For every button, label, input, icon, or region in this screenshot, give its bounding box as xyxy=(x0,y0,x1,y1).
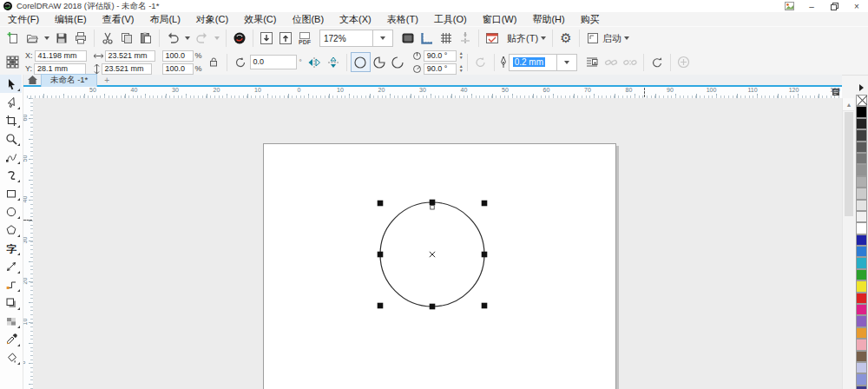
menu-item[interactable]: 效果(C) xyxy=(236,12,284,26)
object-position-grid-icon[interactable] xyxy=(3,53,22,72)
account-icon[interactable] xyxy=(778,1,800,12)
scrollbar-thumb[interactable] xyxy=(845,112,853,216)
x-position-field[interactable]: 41.198 mm xyxy=(35,50,87,62)
color-swatch-90-black[interactable] xyxy=(856,118,867,129)
open-icon[interactable] xyxy=(23,29,42,48)
menu-item[interactable]: 窗口(W) xyxy=(475,12,525,26)
outline-width-dropdown[interactable] xyxy=(557,54,577,71)
horizontal-ruler[interactable]: 5040302010010203040506070809010011012013… xyxy=(23,87,842,99)
document-tab[interactable]: 未命名 -1* xyxy=(41,74,97,87)
fullscreen-preview-icon[interactable] xyxy=(398,29,418,48)
color-swatch-60-black[interactable] xyxy=(856,153,867,164)
color-swatch-navy-blue[interactable] xyxy=(856,234,867,246)
color-swatch-yellow[interactable] xyxy=(856,280,867,292)
shape-tool[interactable] xyxy=(0,93,22,111)
unlink-icon[interactable] xyxy=(621,53,640,72)
start-angle-field[interactable]: 90.0 ° xyxy=(424,50,457,62)
drop-shadow-tool[interactable] xyxy=(0,293,22,312)
launch-icon[interactable] xyxy=(583,29,602,48)
restore-button[interactable] xyxy=(823,1,845,12)
menu-item[interactable]: 工具(O) xyxy=(426,12,475,26)
show-guidelines-icon[interactable] xyxy=(456,29,475,48)
outline-width-combo[interactable]: 0.2 mm xyxy=(509,54,557,71)
import-icon[interactable] xyxy=(257,29,276,48)
color-swatch-violet[interactable] xyxy=(856,315,867,326)
color-swatch-no-color[interactable] xyxy=(856,95,867,106)
menu-item[interactable]: 购买 xyxy=(573,12,608,26)
color-swatch-cyan[interactable] xyxy=(856,257,867,268)
change-direction-icon[interactable] xyxy=(471,53,490,72)
home-icon[interactable] xyxy=(28,76,37,84)
options-window-icon[interactable] xyxy=(483,29,502,48)
freehand-tool[interactable] xyxy=(0,148,22,166)
color-swatch-50-black[interactable] xyxy=(856,164,867,175)
copy-icon[interactable] xyxy=(117,29,136,48)
scale-horizontal-field[interactable]: 100.0 xyxy=(162,50,194,62)
ellipse-mode-button[interactable] xyxy=(351,52,371,72)
end-angle-field[interactable]: 90.0 ° xyxy=(424,63,457,75)
end-angle-spinner[interactable]: ▲▼ xyxy=(459,64,464,73)
object-height-field[interactable]: 23.521 mm xyxy=(102,63,152,75)
zoom-level-combo[interactable]: 172% xyxy=(319,30,373,47)
palette-flyout-arrow[interactable] xyxy=(859,84,864,91)
snap-to-label[interactable]: 贴齐(T) xyxy=(507,32,538,45)
rectangle-tool[interactable] xyxy=(0,184,22,202)
pick-tool[interactable] xyxy=(0,75,22,93)
menu-item[interactable]: 查看(V) xyxy=(95,12,142,26)
color-swatch-pink[interactable] xyxy=(856,339,867,350)
color-swatch-30-black[interactable] xyxy=(856,188,867,199)
text-tool[interactable]: 字 xyxy=(0,239,22,257)
mirror-horizontal-icon[interactable] xyxy=(305,53,324,72)
menu-item[interactable]: 表格(T) xyxy=(379,12,426,26)
color-swatch-40-black[interactable] xyxy=(856,176,867,188)
search-content-icon[interactable] xyxy=(230,29,249,48)
color-swatch-dark-purple[interactable] xyxy=(856,386,867,389)
snap-to-dropdown-arrow[interactable] xyxy=(541,36,546,40)
mirror-vertical-icon[interactable] xyxy=(324,53,343,72)
rotation-angle-field[interactable]: 0.0 xyxy=(250,55,297,69)
new-document-icon[interactable] xyxy=(3,29,23,48)
color-swatch-orange[interactable] xyxy=(856,327,867,339)
crop-tool[interactable] xyxy=(0,111,22,129)
minimize-button[interactable]: – xyxy=(800,1,823,12)
show-rulers-icon[interactable] xyxy=(418,29,437,48)
menu-item[interactable]: 文本(X) xyxy=(332,12,379,26)
color-swatch-20-black[interactable] xyxy=(856,200,867,211)
arc-mode-button[interactable] xyxy=(389,53,407,71)
drawing-canvas[interactable] xyxy=(33,98,842,389)
ellipse-node[interactable] xyxy=(431,206,434,209)
options-gear-icon[interactable]: ⚙ xyxy=(556,29,575,48)
selected-ellipse-object[interactable] xyxy=(372,192,498,319)
color-swatch-blue[interactable] xyxy=(856,246,867,257)
color-swatch-lavender[interactable] xyxy=(856,373,867,385)
show-grid-icon[interactable] xyxy=(437,29,456,48)
color-swatch-80-black[interactable] xyxy=(856,129,867,141)
cut-icon[interactable] xyxy=(98,29,117,48)
artistic-media-tool[interactable] xyxy=(0,166,22,184)
color-swatch-red[interactable] xyxy=(856,293,867,304)
scroll-up-button[interactable]: ▲ xyxy=(843,98,855,111)
start-angle-spinner[interactable]: ▲▼ xyxy=(459,51,464,60)
redo-dropdown-arrow[interactable] xyxy=(214,36,220,40)
save-icon[interactable] xyxy=(52,29,71,48)
export-icon[interactable] xyxy=(276,29,295,48)
undo-dropdown-arrow[interactable] xyxy=(185,36,190,40)
paste-icon[interactable] xyxy=(136,29,155,48)
color-eyedropper-tool[interactable] xyxy=(0,330,22,348)
close-button[interactable]: × xyxy=(845,1,868,12)
transparency-tool[interactable] xyxy=(0,312,22,330)
connector-tool[interactable] xyxy=(0,275,22,293)
menu-item[interactable]: 帮助(H) xyxy=(524,12,572,26)
zoom-level-dropdown[interactable] xyxy=(373,30,393,47)
object-width-field[interactable]: 23.521 mm xyxy=(105,50,155,62)
menu-item[interactable]: 对象(C) xyxy=(188,12,236,26)
color-swatch-magenta[interactable] xyxy=(856,304,867,315)
color-swatch-70-black[interactable] xyxy=(856,142,867,153)
lock-ratio-icon[interactable] xyxy=(204,53,223,72)
dimension-tool[interactable] xyxy=(0,257,22,275)
interactive-fill-tool[interactable] xyxy=(0,348,22,366)
convert-to-curves-icon[interactable] xyxy=(648,53,667,72)
menu-item[interactable]: 编辑(E) xyxy=(47,12,95,26)
pie-mode-button[interactable] xyxy=(371,53,389,71)
color-swatch-black[interactable] xyxy=(856,106,867,117)
